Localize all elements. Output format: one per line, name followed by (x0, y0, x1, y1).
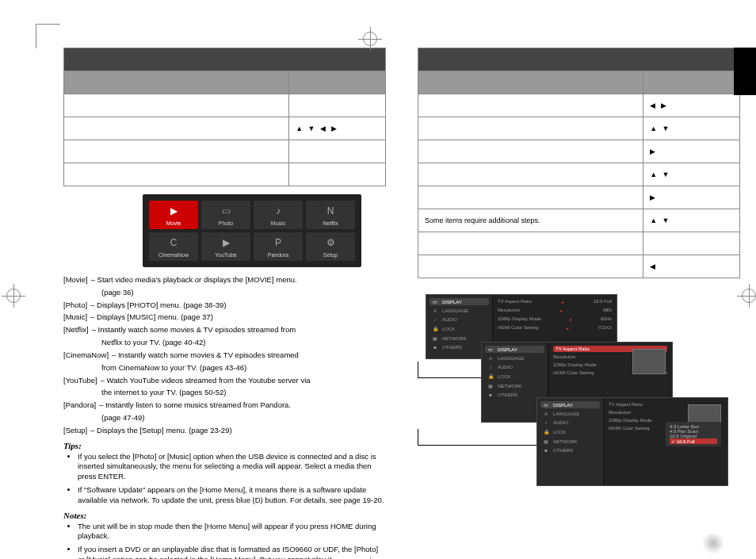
aspect-ratio-popup: 4:3 Letter Box4:3 Pan Scan16:9 Original✓… (666, 422, 721, 446)
menu-descriptions: [Movie]– Start video media's playback or… (63, 275, 386, 436)
table-row: ◀ (418, 255, 740, 278)
cascade-arrow (418, 362, 482, 378)
setup-sidebar-item: ALANGUAGE (485, 355, 544, 362)
description-row: [Netflix]– Instantly watch some movies &… (63, 325, 386, 335)
hm-icon: ▶ (166, 204, 181, 218)
description-row: [Music]– Displays [MUSIC] menu. (page 37… (63, 312, 386, 323)
setup-sidebar-item: ▭DISPLAY (540, 401, 600, 408)
arrow-keys-icon: ▶ (643, 186, 740, 209)
hm-label: Movie (166, 220, 181, 226)
list-item: If you select the [Photo] or [Music] opt… (78, 452, 386, 482)
home-menu-item: CCinemaNow (149, 232, 198, 261)
setup-sidebar-item: ▭DISPLAY (485, 346, 544, 353)
setup-sidebar-item: 🔒LOCK (540, 428, 600, 435)
setup-sidebar-item: ▭DISPLAY (430, 298, 489, 305)
description-cont: Netflix to your TV. (page 40-42) (63, 338, 386, 348)
setup-row: Resolution▸480i (498, 307, 612, 314)
description-row: [Setup]– Displays the [Setup] menu. (pag… (63, 426, 386, 436)
setup-sidebar-item: ♪AUDIO (485, 364, 544, 370)
crop-mark (36, 24, 60, 48)
setup-sidebar-item: ■OTHERS (430, 344, 489, 350)
home-menu-item: NNetflix (306, 201, 355, 229)
table-row (418, 232, 740, 255)
popup-option: ✓ 16:9 Full (670, 438, 717, 444)
arrow-keys-icon: ▲ ▼ (643, 117, 740, 140)
notes-heading: Notes: (63, 511, 386, 520)
arrow-keys-icon: ▲ ▼ (643, 209, 740, 232)
arrow-keys-icon (643, 232, 740, 255)
table-row: ▶ (418, 140, 740, 163)
hm-label: Music (271, 220, 285, 226)
setup-sidebar-item: ▦NETWORK (540, 438, 600, 445)
table-row: ▶ (418, 186, 740, 209)
tips-list: If you select the [Photo] or [Music] opt… (63, 452, 386, 506)
setup-sidebar-item: 🔒LOCK (485, 373, 544, 380)
setup-sidebar-item: ♪AUDIO (540, 419, 600, 426)
hm-label: Netflix (323, 220, 338, 226)
hm-label: CinemaNow (158, 252, 189, 258)
table-row: ▲ ▼ (418, 163, 740, 186)
hm-label: Pandora (268, 252, 288, 258)
setup-sidebar-item: ▦NETWORK (485, 382, 544, 389)
hm-icon: ⚙ (323, 235, 338, 250)
hm-icon: C (166, 235, 181, 250)
left-nav-table: ▲ ▼ ◀ ▶ (63, 48, 386, 186)
description-row: [Movie]– Start video media's playback or… (63, 275, 386, 285)
setup-sidebar-item: ■OTHERS (485, 392, 544, 398)
arrow-keys-icon: ◀ ▶ (643, 94, 740, 117)
hm-icon: ▶ (218, 235, 234, 250)
page-black-tab (734, 48, 756, 95)
description-row: [Pandora]– Instantly listen to some musi… (63, 400, 386, 411)
home-menu-item: ▭Photo (201, 201, 250, 229)
page-number-circle (702, 532, 724, 554)
setup-sidebar-item: 🔒LOCK (430, 325, 489, 332)
setup-sidebar-item: ▦NETWORK (430, 335, 489, 342)
home-menu-item: ♪Music (254, 201, 303, 229)
registration-mark (363, 32, 377, 48)
home-menu-item: ▶YouTube (201, 232, 250, 261)
description-cont: (page 47-49) (63, 413, 386, 423)
hm-icon: ▭ (218, 204, 234, 218)
table-row: ◀ ▶ (418, 94, 740, 117)
list-item: If you insert a DVD or an unplayable dis… (78, 545, 386, 559)
arrow-keys-icon: ▲ ▼ ◀ ▶ (289, 117, 386, 140)
table-row: ▲ ▼ (418, 117, 740, 140)
setup-row: TV Aspect Ratio▸16:9 Full (498, 298, 612, 305)
arrow-keys-icon: ▶ (643, 140, 740, 163)
home-menu-item: PPandora (254, 232, 303, 261)
hm-label: Setup (323, 252, 338, 258)
home-menu-item: ▶Movie (149, 201, 198, 229)
description-cont: the internet to your TV. (pages 50-52) (63, 388, 386, 398)
right-nav-table: ◀ ▶▲ ▼▶▲ ▼▶Some items require additional… (418, 48, 740, 278)
list-item: The unit will be in stop mode then the [… (78, 522, 386, 542)
hm-icon: P (270, 235, 286, 250)
setup-row: HDMI Color Setting▸YCbCr (498, 324, 612, 331)
setup-row: 1080p Display Mode▸60Hz (498, 316, 612, 323)
notes-list: The unit will be in stop mode then the [… (63, 522, 386, 559)
setup-sidebar-item: ■OTHERS (540, 447, 600, 454)
setup-menu-cascade: ▭DISPLAYALANGUAGE♪AUDIO🔒LOCK▦NETWORK■OTH… (418, 294, 740, 492)
description-row: [YouTube]– Watch YouTube videos streamed… (63, 376, 386, 386)
hm-icon: N (323, 204, 338, 218)
setup-sidebar-item: ALANGUAGE (540, 411, 600, 417)
description-cont: (page 36) (63, 288, 386, 298)
table-row: Some items require additional steps.▲ ▼ (418, 209, 740, 232)
cascade-arrow (418, 429, 537, 446)
description-row: [Photo]– Displays [PHOTO] menu. (page 38… (63, 301, 386, 311)
preview-thumbnail (632, 349, 666, 374)
registration-mark (6, 289, 21, 304)
arrow-keys-icon: ▲ ▼ (643, 163, 740, 186)
hm-icon: ♪ (270, 204, 286, 218)
description-cont: from CinemaNow to your TV. (pages 43-46) (63, 363, 386, 373)
description-row: [CinemaNow]– Instantly watch some movies… (63, 350, 386, 361)
setup-sidebar-item: ♪AUDIO (430, 316, 489, 323)
arrow-keys-icon: ◀ (643, 255, 740, 278)
home-menu-screenshot: ▶Movie▭Photo♪MusicNNetflixCCinemaNow▶You… (143, 194, 361, 267)
registration-mark (742, 289, 756, 304)
home-menu-item: ⚙Setup (306, 232, 355, 261)
setup-window-3: ▭DISPLAYALANGUAGE♪AUDIO🔒LOCK▦NETWORK■OTH… (536, 397, 728, 486)
list-item: If "Software Update" appears on the [Hom… (78, 485, 386, 506)
hm-label: YouTube (215, 252, 237, 258)
hm-label: Photo (219, 220, 233, 226)
tips-heading: Tips: (63, 441, 386, 450)
